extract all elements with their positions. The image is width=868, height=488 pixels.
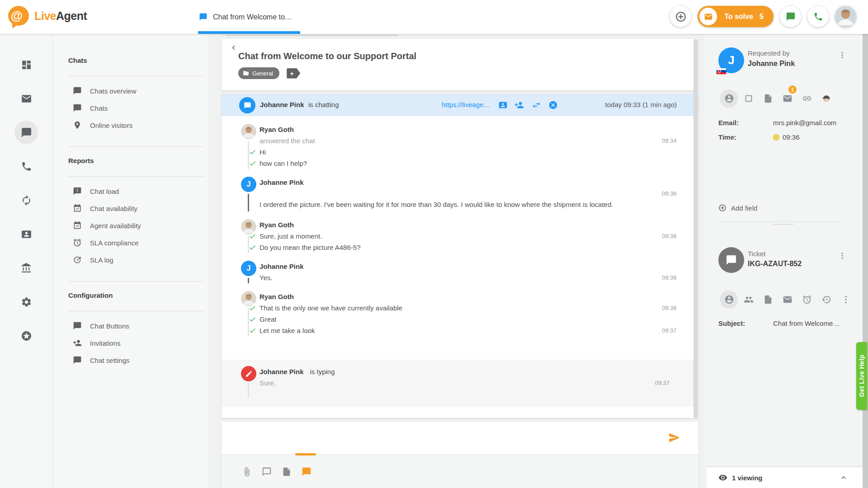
calls-button[interactable] <box>807 6 829 27</box>
panel-drag-handle[interactable] <box>773 224 793 225</box>
plus-circle-icon <box>675 11 687 23</box>
bank-icon <box>21 263 32 274</box>
chats-button[interactable] <box>780 6 801 27</box>
back-button[interactable]: ‹ <box>228 40 239 55</box>
tool-person-circle[interactable] <box>719 89 739 108</box>
rail-item-sync[interactable] <box>14 188 38 212</box>
rail-item-contact-card[interactable] <box>14 222 38 246</box>
chevron-up-icon[interactable] <box>839 473 848 482</box>
compose-chat-outline-icon[interactable] <box>262 467 272 477</box>
requester-menu-icon[interactable] <box>838 51 846 59</box>
rail-item-star-circle[interactable] <box>14 324 38 347</box>
ticket-avatar <box>718 247 744 273</box>
message-line: I ordered the picture. I've been waiting… <box>259 199 679 211</box>
transfer-icon[interactable] <box>532 100 541 110</box>
tool-history[interactable] <box>816 291 836 309</box>
logo-bubble-icon: @ <box>8 6 29 26</box>
viewing-bar[interactable]: 1 viewing <box>706 467 863 488</box>
get-live-help-button[interactable]: Get Live Help <box>856 342 867 410</box>
rail-item-phone[interactable] <box>14 155 38 178</box>
requester-name[interactable]: Johanne Pink <box>748 60 795 68</box>
nav-item-chats[interactable]: Chats <box>68 99 203 117</box>
ticket-label: Ticket <box>748 250 765 258</box>
tool-mail[interactable] <box>778 291 797 309</box>
tool-browser[interactable] <box>739 89 758 108</box>
nav-section-title: Reports <box>68 157 203 164</box>
rail-item-bank[interactable] <box>14 256 38 280</box>
requested-by-label: Requested by <box>748 49 790 57</box>
tool-note[interactable] <box>758 89 778 108</box>
message-thread-line <box>248 278 249 283</box>
nav-item-chat-load[interactable]: Chat load <box>68 183 203 200</box>
department-tag[interactable]: General <box>238 67 279 79</box>
send-button[interactable] <box>668 432 680 444</box>
nav-item-sla-compliance[interactable]: SLA compliance <box>68 234 203 251</box>
message-group: JJohanne Pink09:36I ordered the picture.… <box>222 173 698 215</box>
tab-label: Chat from Welcome to… <box>213 13 292 21</box>
compose-note-icon[interactable] <box>282 467 292 477</box>
message-line: how can I help? <box>259 158 679 169</box>
tabstrip-scrollbar[interactable] <box>226 34 398 36</box>
tool-alarm[interactable] <box>797 291 816 309</box>
person-add-icon[interactable] <box>514 100 524 110</box>
rail-item-dashboard[interactable] <box>14 53 38 76</box>
open-ticket-tab[interactable]: Chat from Welcome to… <box>198 0 301 34</box>
nav-item-agent-availability[interactable]: Agent availability <box>68 217 203 234</box>
note-icon <box>763 295 773 305</box>
add-field-button[interactable]: Add field <box>718 204 757 212</box>
nav-section-title: Chats <box>68 56 203 64</box>
compose-chat-tab-icon[interactable] <box>302 467 311 477</box>
compose-attach-icon[interactable] <box>242 467 252 477</box>
tool-person-circle[interactable] <box>719 291 739 309</box>
message-input[interactable] <box>222 422 698 454</box>
nav-item-chats-overview[interactable]: Chats overview <box>68 82 203 99</box>
tool-people[interactable] <box>739 291 758 309</box>
typing-indicator: Johanne Pinkis typing Sure, 09:37 <box>222 360 698 407</box>
chat-icon <box>73 356 82 365</box>
nav-divider <box>68 146 203 147</box>
check-icon <box>249 160 256 167</box>
contact-card-icon[interactable] <box>498 100 508 110</box>
tool-mail[interactable]: 1 <box>778 89 797 108</box>
add-tag-button[interactable]: + <box>287 68 300 79</box>
check-icon <box>249 315 256 323</box>
people-icon <box>744 295 754 305</box>
nav-item-chat-settings[interactable]: Chat settings <box>68 352 203 369</box>
message-group: Ryan GothSure, just a moment.09:36Do you… <box>222 215 698 257</box>
chat-scrollbar[interactable] <box>693 39 698 418</box>
tool-link[interactable] <box>797 89 816 108</box>
check-icon <box>249 232 256 240</box>
nav-divider <box>68 311 203 311</box>
visitor-page-link[interactable]: https://liveage… <box>442 101 491 108</box>
nav-item-chat-buttons[interactable]: Chat Buttons <box>68 317 203 334</box>
user-avatar[interactable] <box>835 6 856 27</box>
rail-item-gear[interactable] <box>14 290 38 314</box>
check-icon <box>249 304 256 312</box>
nav-item-sla-log[interactable]: SLA log <box>68 251 203 268</box>
new-ticket-button[interactable] <box>670 6 691 27</box>
page-scrollbar[interactable] <box>863 34 868 488</box>
rail-item-mail[interactable] <box>14 87 38 110</box>
nav-item-online-visitors[interactable]: Online visitors <box>68 117 203 134</box>
nav-item-chat-availability[interactable]: Chat availability <box>68 200 203 217</box>
app-logo[interactable]: @ LiveAgent <box>8 6 87 26</box>
tool-more[interactable] <box>836 291 855 309</box>
contact-card-icon <box>21 229 32 240</box>
chat-icon <box>73 103 82 113</box>
message-line: 09:36 <box>259 188 679 199</box>
tool-mailchimp[interactable] <box>816 89 836 108</box>
person-add-icon <box>73 338 82 347</box>
slovakia-flag-icon <box>717 68 726 74</box>
ticket-id[interactable]: IKG-AZAUT-852 <box>748 260 802 268</box>
nav-item-invitations[interactable]: Invitations <box>68 334 203 352</box>
end-chat-icon[interactable] <box>548 100 558 110</box>
requester-tools: 1 <box>719 89 836 108</box>
gear-icon <box>21 296 32 308</box>
person-circle-icon <box>724 94 734 103</box>
to-solve-button[interactable]: To solve 5 <box>698 6 774 27</box>
ticket-menu-icon[interactable] <box>838 252 846 260</box>
chat-status-bar: Johanne Pink is chatting https://liveage… <box>222 94 698 116</box>
history-icon <box>821 295 831 305</box>
rail-item-chat[interactable] <box>14 121 38 144</box>
tool-note[interactable] <box>758 291 778 309</box>
